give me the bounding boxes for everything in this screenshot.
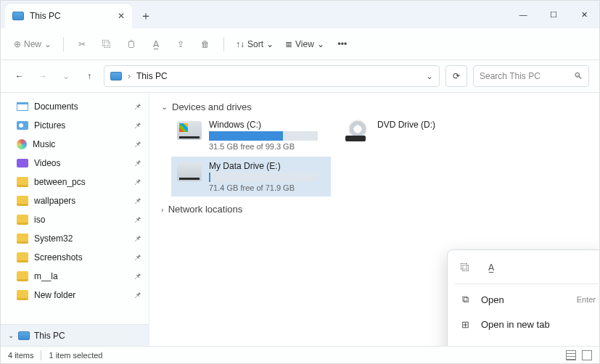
chevron-right-icon: › (161, 205, 164, 214)
pin-icon: 📌︎ (133, 102, 141, 111)
drive-free: 71.4 GB free of 71.9 GB (209, 183, 318, 192)
search-placeholder: Search This PC (480, 71, 574, 81)
rename-button[interactable]: A̲ (145, 33, 167, 55)
copy-button[interactable]: ⿻ (96, 33, 118, 55)
context-quick-actions: ⿻ A̲ (448, 255, 599, 281)
context-menu: ⿻ A̲ ⧉OpenEnter ⊞Open in new tab ↗Open i… (447, 249, 599, 346)
section-network[interactable]: › Network locations (161, 204, 588, 215)
separator (41, 350, 41, 360)
drive-info: Windows (C:) 31.5 GB free of 99.3 GB (209, 120, 318, 151)
recent-dropdown[interactable]: ⌄ (57, 67, 75, 85)
back-button[interactable]: ← (11, 67, 28, 85)
sidebar-item-label: Pictures (34, 120, 65, 131)
search-box[interactable]: Search This PC 🔍︎ (473, 65, 589, 87)
cut-button[interactable]: ✂ (71, 33, 93, 55)
sidebar-item-mla[interactable]: m__la📌︎ (1, 267, 149, 286)
maximize-button[interactable]: ☐ (538, 1, 569, 28)
up-button[interactable]: ↑ (81, 67, 98, 85)
delete-button[interactable]: 🗑︎ (194, 33, 216, 55)
drive-info: DVD Drive (D:) (377, 120, 435, 130)
close-button[interactable]: ✕ (569, 1, 599, 28)
separator (63, 37, 64, 51)
ctx-open[interactable]: ⧉OpenEnter (448, 287, 599, 312)
trash-icon: 🗑︎ (201, 39, 210, 49)
drive-e[interactable]: My Data Drive (E:) 71.4 GB free of 71.9 … (171, 157, 331, 197)
dvd-icon (345, 120, 370, 141)
sidebar-item-screenshots[interactable]: Screenshots📌︎ (1, 248, 149, 267)
open-icon: ⧉ (458, 292, 472, 307)
folder-icon (17, 196, 28, 206)
body: Documents📌︎ Pictures📌︎ Music📌︎ Videos📌︎ … (1, 92, 599, 346)
view-button[interactable]: ≣ View ⌄ (281, 33, 329, 55)
close-tab-icon[interactable]: ✕ (118, 11, 125, 21)
ctx-shortcut: Enter (577, 295, 596, 304)
paste-icon: 📋︎ (127, 39, 136, 49)
pin-icon: 📌︎ (133, 215, 141, 224)
sort-button[interactable]: ↑↓ Sort ⌄ (231, 33, 278, 55)
new-tab-button[interactable]: ＋ (135, 5, 157, 27)
sidebar-item-newfolder[interactable]: New folder📌︎ (1, 286, 149, 305)
drive-free: 31.5 GB free of 99.3 GB (209, 142, 318, 151)
chevron-down-icon: ⌄ (161, 102, 168, 112)
this-pc-icon (12, 12, 24, 20)
sidebar-item-label: System32 (34, 233, 73, 244)
ctx-label: Open in new window (481, 344, 568, 347)
details-view-button[interactable] (566, 350, 576, 360)
new-label: New (24, 39, 41, 49)
sidebar-item-label: wallpapers (34, 196, 75, 206)
pin-icon: 📌︎ (133, 178, 141, 186)
pictures-icon (17, 121, 28, 130)
sidebar-item-documents[interactable]: Documents📌︎ (1, 97, 149, 116)
titlebar: This PC ✕ ＋ — ☐ ✕ (1, 1, 599, 28)
ctx-open-new-tab[interactable]: ⊞Open in new tab (448, 312, 599, 336)
copy-icon[interactable]: ⿻ (458, 260, 472, 275)
usage-bar (209, 173, 318, 182)
minimize-button[interactable]: — (508, 1, 538, 28)
address-location: This PC (136, 71, 168, 81)
folder-icon (17, 290, 28, 300)
tab-this-pc[interactable]: This PC ✕ (5, 4, 132, 28)
sidebar-item-label: Screenshots (34, 252, 83, 262)
usage-bar (209, 131, 318, 141)
rename-icon[interactable]: A̲ (484, 260, 498, 275)
chevron-down-icon[interactable]: ⌄ (426, 71, 433, 81)
sidebar-item-wallpapers[interactable]: wallpapers📌︎ (1, 191, 149, 210)
sidebar-item-label: iso (34, 215, 45, 225)
drive-name: Windows (C:) (209, 120, 318, 130)
new-button[interactable]: ⊕ New ⌄ (9, 33, 56, 55)
pin-icon: 📌︎ (133, 159, 141, 167)
share-button[interactable]: ⇪ (170, 33, 192, 55)
refresh-button[interactable]: ⟳ (445, 65, 467, 87)
sidebar-item-music[interactable]: Music📌︎ (1, 135, 149, 154)
drive-c[interactable]: Windows (C:) 31.5 GB free of 99.3 GB (171, 115, 331, 155)
more-button[interactable]: ••• (332, 33, 353, 55)
separator (455, 284, 599, 284)
separator (223, 37, 224, 51)
tiles-view-button[interactable] (582, 350, 592, 360)
status-selection: 1 item selected (49, 351, 102, 360)
newwindow-icon: ↗ (458, 342, 472, 346)
address-bar[interactable]: › This PC ⌄ (104, 65, 440, 87)
section-devices[interactable]: ⌄ Devices and drives (161, 102, 588, 112)
chevron-right-icon: › (128, 71, 131, 81)
rename-icon: A̲ (153, 39, 159, 49)
sidebar-item-pictures[interactable]: Pictures📌︎ (1, 116, 149, 135)
sidebar-item-label: Music (33, 139, 55, 149)
sidebar-item-between-pcs[interactable]: between_pcs📌︎ (1, 173, 149, 191)
drive-d[interactable]: DVD Drive (D:) (340, 115, 499, 197)
pin-icon: 📌︎ (133, 140, 141, 149)
sidebar-this-pc[interactable]: ⌄ This PC (1, 324, 149, 346)
paste-button[interactable]: 📋︎ (120, 33, 142, 55)
forward-button[interactable]: → (34, 67, 52, 85)
sidebar-item-label: This PC (34, 331, 65, 341)
status-bar: 4 items 1 item selected (1, 346, 599, 363)
folder-icon (17, 271, 28, 281)
scissors-icon: ✂ (78, 39, 86, 49)
ctx-open-new-window[interactable]: ↗Open in new window (448, 336, 599, 346)
pin-icon: 📌︎ (133, 291, 141, 299)
sidebar-item-videos[interactable]: Videos📌︎ (1, 154, 149, 173)
drive-name: DVD Drive (D:) (377, 120, 435, 130)
sidebar-item-system32[interactable]: System32📌︎ (1, 229, 149, 248)
view-label: View (295, 39, 314, 49)
sidebar-item-iso[interactable]: iso📌︎ (1, 210, 149, 229)
